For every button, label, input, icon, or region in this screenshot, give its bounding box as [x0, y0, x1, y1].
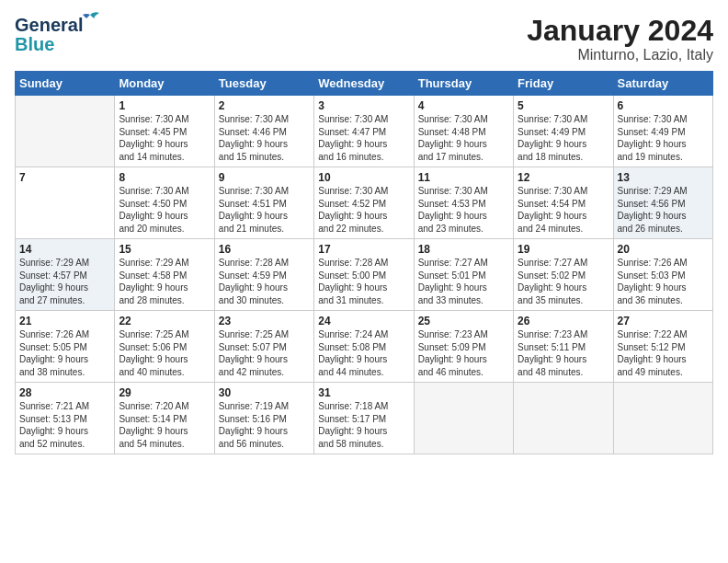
- day-info: Sunrise: 7:30 AM Sunset: 4:50 PM Dayligh…: [119, 185, 210, 235]
- calendar-cell: 10Sunrise: 7:30 AM Sunset: 4:52 PM Dayli…: [314, 167, 414, 239]
- logo: General Blue: [15, 15, 83, 55]
- day-info: Sunrise: 7:21 AM Sunset: 5:13 PM Dayligh…: [19, 400, 110, 450]
- calendar-cell: 26Sunrise: 7:23 AM Sunset: 5:11 PM Dayli…: [514, 311, 613, 383]
- day-number: 23: [219, 315, 310, 327]
- col-sunday: Sunday: [16, 72, 115, 96]
- day-info: Sunrise: 7:20 AM Sunset: 5:14 PM Dayligh…: [119, 400, 210, 450]
- day-info: Sunrise: 7:30 AM Sunset: 4:52 PM Dayligh…: [318, 185, 409, 235]
- day-number: 31: [318, 386, 409, 399]
- day-info: Sunrise: 7:30 AM Sunset: 4:49 PM Dayligh…: [518, 113, 609, 163]
- day-info: Sunrise: 7:19 AM Sunset: 5:16 PM Dayligh…: [219, 400, 310, 450]
- day-info: Sunrise: 7:28 AM Sunset: 5:00 PM Dayligh…: [318, 257, 409, 306]
- day-info: Sunrise: 7:27 AM Sunset: 5:01 PM Dayligh…: [418, 257, 509, 306]
- col-tuesday: Tuesday: [214, 72, 313, 96]
- day-info: Sunrise: 7:30 AM Sunset: 4:48 PM Dayligh…: [418, 113, 509, 163]
- logo-bird-icon: [81, 11, 99, 24]
- calendar-cell: 15Sunrise: 7:29 AM Sunset: 4:58 PM Dayli…: [115, 239, 214, 311]
- header: General Blue January 2024 Minturno, Lazi…: [15, 15, 713, 63]
- calendar-week-row: 78Sunrise: 7:30 AM Sunset: 4:50 PM Dayli…: [16, 167, 713, 239]
- calendar-cell: 12Sunrise: 7:30 AM Sunset: 4:54 PM Dayli…: [514, 167, 613, 239]
- day-info: Sunrise: 7:23 AM Sunset: 5:09 PM Dayligh…: [418, 328, 509, 378]
- day-number: 28: [19, 386, 110, 399]
- calendar-cell: 29Sunrise: 7:20 AM Sunset: 5:14 PM Dayli…: [115, 383, 214, 454]
- day-number: 16: [219, 243, 310, 256]
- calendar-subtitle: Minturno, Lazio, Italy: [527, 47, 713, 63]
- calendar-cell: 7: [16, 167, 115, 239]
- calendar-cell: 9Sunrise: 7:30 AM Sunset: 4:51 PM Daylig…: [214, 167, 313, 239]
- calendar-cell: 4Sunrise: 7:30 AM Sunset: 4:48 PM Daylig…: [414, 96, 513, 167]
- day-info: Sunrise: 7:29 AM Sunset: 4:58 PM Dayligh…: [119, 257, 210, 306]
- calendar-week-row: 28Sunrise: 7:21 AM Sunset: 5:13 PM Dayli…: [16, 383, 713, 454]
- day-number: 11: [418, 171, 509, 184]
- day-number: 26: [518, 315, 609, 327]
- calendar-cell: 16Sunrise: 7:28 AM Sunset: 4:59 PM Dayli…: [214, 239, 313, 311]
- calendar-cell: 31Sunrise: 7:18 AM Sunset: 5:17 PM Dayli…: [314, 383, 414, 454]
- day-number: 18: [418, 243, 509, 256]
- calendar-cell: [613, 383, 712, 454]
- calendar-cell: 20Sunrise: 7:26 AM Sunset: 5:03 PM Dayli…: [613, 239, 712, 311]
- calendar-cell: 5Sunrise: 7:30 AM Sunset: 4:49 PM Daylig…: [514, 96, 613, 167]
- calendar-cell: 13Sunrise: 7:29 AM Sunset: 4:56 PM Dayli…: [613, 167, 712, 239]
- day-info: Sunrise: 7:28 AM Sunset: 4:59 PM Dayligh…: [219, 257, 310, 306]
- day-number: 19: [518, 243, 609, 256]
- calendar-header-row: Sunday Monday Tuesday Wednesday Thursday…: [16, 72, 713, 96]
- day-number: 3: [318, 99, 409, 112]
- calendar-cell: 30Sunrise: 7:19 AM Sunset: 5:16 PM Dayli…: [214, 383, 313, 454]
- calendar-table: Sunday Monday Tuesday Wednesday Thursday…: [15, 71, 713, 454]
- day-number: 17: [318, 243, 409, 256]
- calendar-cell: 25Sunrise: 7:23 AM Sunset: 5:09 PM Dayli…: [414, 311, 513, 383]
- day-info: Sunrise: 7:30 AM Sunset: 4:51 PM Dayligh…: [219, 185, 310, 235]
- calendar-cell: 24Sunrise: 7:24 AM Sunset: 5:08 PM Dayli…: [314, 311, 414, 383]
- day-info: Sunrise: 7:18 AM Sunset: 5:17 PM Dayligh…: [318, 400, 409, 450]
- page: General Blue January 2024 Minturno, Lazi…: [0, 0, 728, 563]
- calendar-cell: 14Sunrise: 7:29 AM Sunset: 4:57 PM Dayli…: [16, 239, 115, 311]
- calendar-title: January 2024: [527, 15, 713, 47]
- day-number: 2: [219, 99, 310, 112]
- day-info: Sunrise: 7:25 AM Sunset: 5:06 PM Dayligh…: [119, 328, 210, 378]
- day-number: 8: [119, 171, 210, 184]
- day-number: 10: [318, 171, 409, 184]
- day-info: Sunrise: 7:30 AM Sunset: 4:53 PM Dayligh…: [418, 185, 509, 235]
- day-info: Sunrise: 7:27 AM Sunset: 5:02 PM Dayligh…: [518, 257, 609, 306]
- calendar-cell: 19Sunrise: 7:27 AM Sunset: 5:02 PM Dayli…: [514, 239, 613, 311]
- calendar-cell: 1Sunrise: 7:30 AM Sunset: 4:45 PM Daylig…: [115, 96, 214, 167]
- calendar-cell: 6Sunrise: 7:30 AM Sunset: 4:49 PM Daylig…: [613, 96, 712, 167]
- calendar-cell: [16, 96, 115, 167]
- day-number: 20: [618, 243, 709, 256]
- day-info: Sunrise: 7:29 AM Sunset: 4:56 PM Dayligh…: [618, 185, 709, 235]
- title-block: January 2024 Minturno, Lazio, Italy: [527, 15, 713, 63]
- day-number: 13: [618, 171, 709, 184]
- calendar-cell: [514, 383, 613, 454]
- col-friday: Friday: [514, 72, 613, 96]
- day-info: Sunrise: 7:30 AM Sunset: 4:54 PM Dayligh…: [518, 185, 609, 235]
- day-number: 4: [418, 99, 509, 112]
- calendar-cell: 28Sunrise: 7:21 AM Sunset: 5:13 PM Dayli…: [16, 383, 115, 454]
- day-number: 30: [219, 386, 310, 399]
- day-info: Sunrise: 7:24 AM Sunset: 5:08 PM Dayligh…: [318, 328, 409, 378]
- day-info: Sunrise: 7:30 AM Sunset: 4:46 PM Dayligh…: [219, 113, 310, 163]
- day-number: 5: [518, 99, 609, 112]
- calendar-cell: 11Sunrise: 7:30 AM Sunset: 4:53 PM Dayli…: [414, 167, 513, 239]
- calendar-cell: 27Sunrise: 7:22 AM Sunset: 5:12 PM Dayli…: [613, 311, 712, 383]
- col-saturday: Saturday: [613, 72, 712, 96]
- day-number: 12: [518, 171, 609, 184]
- day-info: Sunrise: 7:22 AM Sunset: 5:12 PM Dayligh…: [618, 328, 709, 378]
- calendar-week-row: 14Sunrise: 7:29 AM Sunset: 4:57 PM Dayli…: [16, 239, 713, 311]
- calendar-cell: 17Sunrise: 7:28 AM Sunset: 5:00 PM Dayli…: [314, 239, 414, 311]
- day-info: Sunrise: 7:23 AM Sunset: 5:11 PM Dayligh…: [518, 328, 609, 378]
- day-number: 9: [219, 171, 310, 184]
- calendar-cell: 23Sunrise: 7:25 AM Sunset: 5:07 PM Dayli…: [214, 311, 313, 383]
- day-number: 29: [119, 386, 210, 399]
- calendar-cell: 18Sunrise: 7:27 AM Sunset: 5:01 PM Dayli…: [414, 239, 513, 311]
- logo-general: General: [15, 15, 83, 35]
- day-number: 7: [19, 171, 110, 184]
- calendar-cell: [414, 383, 513, 454]
- day-info: Sunrise: 7:30 AM Sunset: 4:47 PM Dayligh…: [318, 113, 409, 163]
- logo-blue: Blue: [15, 34, 54, 55]
- day-number: 15: [119, 243, 210, 256]
- calendar-cell: 22Sunrise: 7:25 AM Sunset: 5:06 PM Dayli…: [115, 311, 214, 383]
- col-monday: Monday: [115, 72, 214, 96]
- col-thursday: Thursday: [414, 72, 513, 96]
- calendar-cell: 3Sunrise: 7:30 AM Sunset: 4:47 PM Daylig…: [314, 96, 414, 167]
- col-wednesday: Wednesday: [314, 72, 414, 96]
